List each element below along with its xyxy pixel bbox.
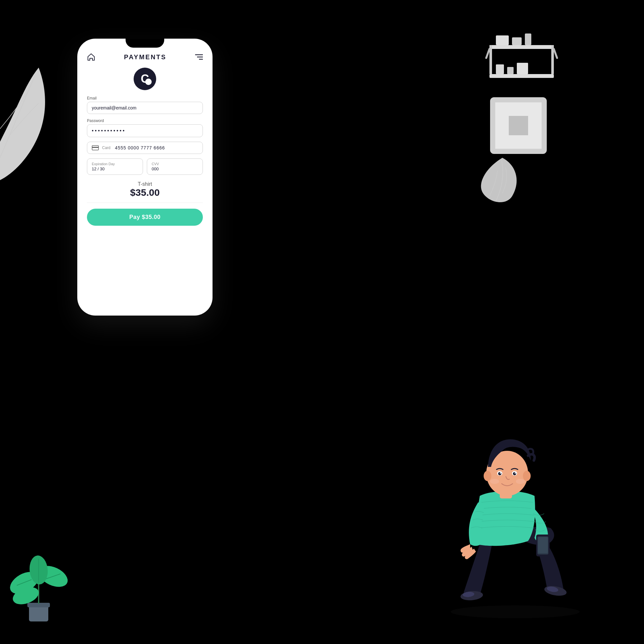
phone-frame: PAYMENTS C [77,39,213,316]
expiry-field[interactable]: Expiration Day 12 / 30 [87,158,143,175]
item-name: T-shirt [87,181,203,187]
phone-screen: PAYMENTS C [77,39,213,316]
svg-point-38 [484,471,491,481]
svg-rect-24 [496,64,504,74]
frame-decoration [489,97,547,155]
svg-line-22 [486,49,489,58]
svg-point-37 [523,471,531,481]
card-icon [92,145,99,150]
expiry-label: Expiration Day [92,162,138,166]
email-field-group: Email [87,96,203,114]
home-icon[interactable] [87,53,95,61]
leaf-decoration-right [480,155,525,206]
expiry-value: 12 / 30 [92,166,138,171]
email-input[interactable] [87,102,203,114]
svg-point-46 [516,479,525,484]
card-label: Card [102,146,110,150]
svg-rect-20 [512,37,522,45]
password-input[interactable] [87,124,203,137]
svg-point-44 [515,472,516,474]
logo-area: C [87,68,203,90]
card-details-row: Expiration Day 12 / 30 CVV 000 [87,158,203,175]
svg-rect-15 [489,45,554,49]
svg-rect-18 [489,74,554,78]
svg-point-40 [498,472,501,475]
password-label: Password [87,118,203,123]
plant-decoration [6,528,71,625]
card-number: 4555 0000 7777 6666 [115,145,165,150]
svg-point-30 [451,605,580,618]
logo-letter: C [141,73,149,85]
svg-rect-29 [509,116,528,135]
menu-icon[interactable] [195,54,203,60]
cvv-label: CVV [152,162,198,166]
page-title: PAYMENTS [124,53,166,61]
svg-rect-19 [496,35,509,45]
svg-rect-21 [525,33,531,45]
svg-point-45 [490,479,499,484]
cvv-value: 000 [152,166,198,171]
logo-circle: C [134,68,156,90]
svg-point-43 [500,472,501,474]
item-section: T-shirt $35.00 [87,181,203,203]
password-field-group: Password [87,118,203,137]
pay-button[interactable]: Pay $35.00 [87,209,203,226]
leaf-decoration-left [0,64,52,187]
cvv-field[interactable]: CVV 000 [147,158,203,175]
shelf-decoration [483,32,560,97]
svg-rect-49 [538,537,548,553]
svg-line-23 [554,49,557,58]
svg-point-42 [513,472,516,475]
svg-rect-4 [92,147,99,148]
item-price: $35.00 [87,187,203,198]
svg-rect-26 [517,63,528,74]
svg-rect-25 [507,67,514,74]
svg-rect-5 [29,605,48,621]
phone-header: PAYMENTS [87,53,203,61]
email-label: Email [87,96,203,100]
card-field[interactable]: Card 4555 0000 7777 6666 [87,142,203,154]
scene: PAYMENTS C [0,0,644,644]
person-illustration [425,399,618,625]
